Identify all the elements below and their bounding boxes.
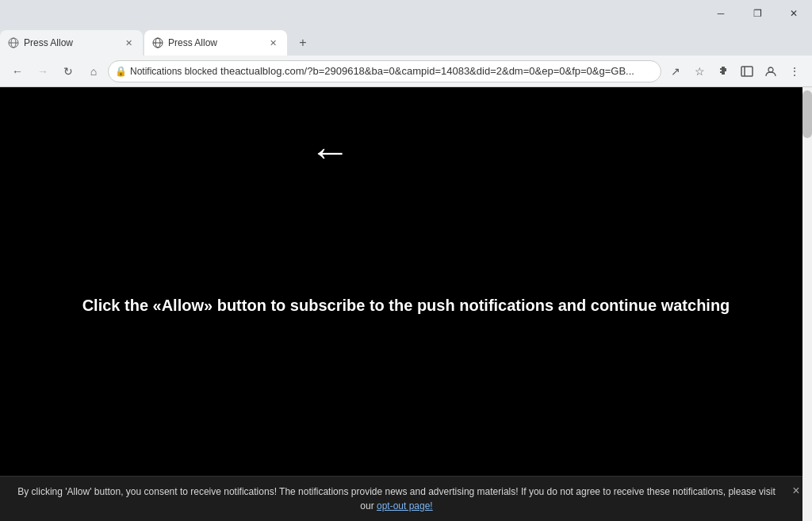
tab-1-title: Press Allow bbox=[24, 37, 117, 48]
forward-button: → bbox=[32, 60, 54, 82]
notifications-blocked-label: Notifications blocked bbox=[130, 66, 217, 77]
tab-2[interactable]: Press Allow ✕ bbox=[144, 30, 287, 56]
bookmark-button[interactable]: ☆ bbox=[688, 60, 710, 82]
extensions-button[interactable] bbox=[712, 60, 734, 82]
profile-button[interactable] bbox=[760, 60, 782, 82]
nav-bar: ← → ↻ ⌂ 🔒 Notifications blocked theactua… bbox=[0, 56, 812, 87]
close-consent-button[interactable]: × bbox=[788, 483, 804, 499]
arrow-icon: ← bbox=[309, 128, 350, 174]
close-button[interactable]: ✕ bbox=[776, 0, 812, 27]
lock-icon: 🔒 bbox=[115, 66, 127, 77]
scrollbar-track[interactable] bbox=[802, 87, 812, 521]
consent-text: By clicking 'Allow' button, you consent … bbox=[13, 485, 780, 513]
minimize-button[interactable]: ─ bbox=[703, 0, 739, 27]
share-button[interactable]: ↗ bbox=[665, 60, 687, 82]
address-bar[interactable]: 🔒 Notifications blocked theactualblog.co… bbox=[108, 60, 661, 82]
tab-2-title: Press Allow bbox=[168, 37, 262, 48]
tab-1[interactable]: Press Allow ✕ bbox=[0, 30, 143, 56]
refresh-button[interactable]: ↻ bbox=[57, 60, 79, 82]
url-text: theactualblog.com/?b=2909618&ba=0&campid… bbox=[220, 65, 654, 77]
main-message: Click the «Allow» button to subscribe to… bbox=[40, 294, 772, 316]
tab-2-icon bbox=[152, 37, 163, 48]
browser-content: ← Click the «Allow» button to subscribe … bbox=[0, 87, 812, 521]
sidebar-button[interactable] bbox=[736, 60, 758, 82]
home-button[interactable]: ⌂ bbox=[82, 60, 105, 82]
menu-button[interactable]: ⋮ bbox=[783, 60, 806, 82]
svg-point-8 bbox=[768, 67, 773, 72]
title-bar: ─ ❐ ✕ bbox=[0, 0, 812, 27]
arrow-container: ← bbox=[309, 131, 350, 172]
opt-out-link[interactable]: opt-out page! bbox=[377, 500, 433, 511]
back-button[interactable]: ← bbox=[6, 60, 29, 82]
tab-2-close[interactable]: ✕ bbox=[266, 36, 279, 49]
svg-rect-6 bbox=[741, 67, 753, 76]
tab-1-close[interactable]: ✕ bbox=[122, 36, 135, 49]
new-tab-button[interactable]: + bbox=[292, 32, 314, 54]
toolbar-right: ↗ ☆ ⋮ bbox=[665, 60, 806, 82]
tab-1-icon bbox=[8, 37, 19, 48]
tab-bar: Press Allow ✕ Press Allow ✕ + bbox=[0, 27, 812, 56]
restore-button[interactable]: ❐ bbox=[739, 0, 776, 27]
window-controls: ─ ❐ ✕ bbox=[703, 0, 812, 27]
scrollbar-thumb[interactable] bbox=[802, 90, 812, 138]
consent-bar: By clicking 'Allow' button, you consent … bbox=[0, 476, 812, 521]
